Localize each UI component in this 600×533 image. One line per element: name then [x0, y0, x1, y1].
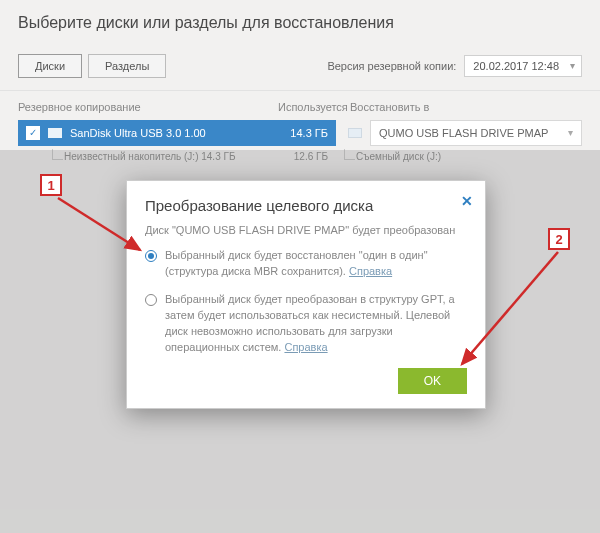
reference-link[interactable]: Справка: [284, 341, 327, 353]
modal-subtitle: Диск "QUMO USB FLASH DRIVE PMAP" будет п…: [145, 224, 467, 236]
radio-checked-icon[interactable]: [145, 250, 157, 262]
destination-select[interactable]: QUMO USB FLASH DRIVE PMAP: [370, 120, 582, 146]
reference-link[interactable]: Справка: [349, 265, 392, 277]
backup-version-value: 20.02.2017 12:48: [473, 60, 559, 72]
ok-button[interactable]: OK: [398, 368, 467, 394]
disk-icon: [348, 128, 362, 138]
radio-unchecked-icon[interactable]: [145, 294, 157, 306]
modal-actions: OK: [145, 368, 467, 394]
destination-name: QUMO USB FLASH DRIVE PMAP: [379, 127, 548, 139]
source-disk-cell[interactable]: ✓ SanDisk Ultra USB 3.0 1.00: [18, 120, 276, 146]
modal-title: Преобразование целевого диска: [145, 197, 467, 214]
option-mbr-text: Выбранный диск будет восстановлен "один …: [165, 248, 467, 280]
page-title: Выберите диски или разделы для восстанов…: [18, 14, 582, 32]
disk-icon: [48, 128, 62, 138]
disk-row: ✓ SanDisk Ultra USB 3.0 1.00 14.3 ГБ QUM…: [18, 119, 582, 147]
option-gpt[interactable]: Выбранный диск будет преобразован в стру…: [145, 292, 467, 356]
convert-disk-modal: ✕ Преобразование целевого диска Диск "QU…: [126, 180, 486, 409]
col-header-restore: Восстановить в: [338, 101, 582, 113]
tab-disks[interactable]: Диски: [18, 54, 82, 78]
annotation-step-1: 1: [40, 174, 62, 196]
app-window: Выберите диски или разделы для восстанов…: [0, 0, 600, 533]
column-headers: Резервное копирование Используется Восст…: [0, 90, 600, 115]
col-header-backup: Резервное копирование: [18, 101, 278, 113]
close-icon[interactable]: ✕: [461, 193, 473, 209]
header: Выберите диски или разделы для восстанов…: [0, 0, 600, 42]
toolbar: Диски Разделы Версия резервной копии: 20…: [0, 54, 600, 90]
source-used: 14.3 ГБ: [276, 120, 336, 146]
option-mbr[interactable]: Выбранный диск будет восстановлен "один …: [145, 248, 467, 280]
annotation-step-2: 2: [548, 228, 570, 250]
backup-version: Версия резервной копии: 20.02.2017 12:48: [327, 55, 582, 77]
checkbox-checked-icon[interactable]: ✓: [26, 126, 40, 140]
col-header-used: Используется: [278, 101, 338, 113]
source-disk-name: SanDisk Ultra USB 3.0 1.00: [70, 127, 206, 139]
option-gpt-text: Выбранный диск будет преобразован в стру…: [165, 292, 467, 356]
backup-version-select[interactable]: 20.02.2017 12:48: [464, 55, 582, 77]
tab-partitions[interactable]: Разделы: [88, 54, 166, 78]
dest-area: QUMO USB FLASH DRIVE PMAP: [336, 120, 582, 146]
backup-version-label: Версия резервной копии:: [327, 60, 456, 72]
